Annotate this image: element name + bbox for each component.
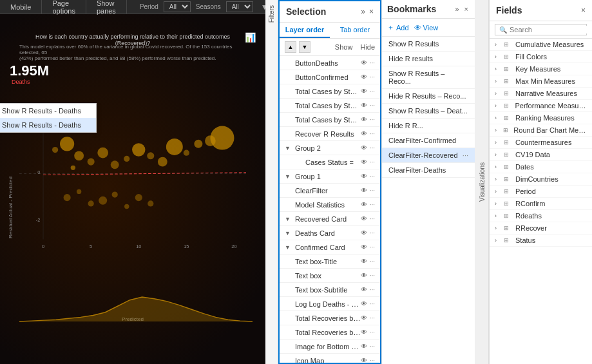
field-expand-icon[interactable]: ›	[495, 66, 501, 72]
item-more-icon[interactable]: ···	[370, 201, 375, 208]
field-item[interactable]: ›⊞Fill Colors	[490, 51, 592, 63]
item-visibility-icon[interactable]: 👁	[361, 73, 367, 81]
tab-mobile[interactable]: Mobile	[0, 0, 42, 14]
item-more-icon[interactable]: ···	[370, 229, 375, 236]
selection-item[interactable]: Text box-Title👁···	[280, 254, 380, 269]
field-expand-icon[interactable]: ›	[495, 102, 501, 109]
field-expand-icon[interactable]: ›	[495, 115, 501, 121]
field-item[interactable]: ›⊞RRecover	[490, 222, 592, 235]
fields-list[interactable]: ›⊞Cumulative Measures›⊞Fill Colors›⊞Key …	[490, 39, 592, 364]
bookmark-item[interactable]: Show R Results – Deat...	[382, 104, 475, 119]
context-show-r-results[interactable]: Show R Results - Deaths	[0, 104, 96, 118]
field-expand-icon[interactable]: ›	[495, 225, 501, 231]
filters-label[interactable]: Filters	[265, 0, 278, 28]
item-more-icon[interactable]: ···	[370, 187, 375, 194]
field-expand-icon[interactable]: ›	[495, 176, 501, 182]
item-more-icon[interactable]: ···	[370, 144, 375, 151]
item-visibility-icon[interactable]: 👁	[361, 144, 367, 151]
item-more-icon[interactable]: ···	[370, 272, 375, 279]
field-expand-icon[interactable]: ›	[495, 188, 501, 195]
field-item[interactable]: ›⊞Cumulative Measures	[490, 39, 592, 51]
item-visibility-icon[interactable]: 👁	[361, 357, 367, 363]
item-visibility-icon[interactable]: 👁	[361, 187, 367, 194]
field-expand-icon[interactable]: ›	[495, 41, 501, 48]
selection-item[interactable]: Total Recoveries by D...👁···	[280, 325, 380, 340]
item-visibility-icon[interactable]: 👁	[361, 329, 367, 336]
field-item[interactable]: ›⊞Period	[490, 186, 592, 198]
selection-close-icon[interactable]: ×	[369, 7, 374, 16]
field-item[interactable]: ›⊞Rdeaths	[490, 210, 592, 222]
item-visibility-icon[interactable]: 👁	[361, 258, 367, 265]
tab-tab-order[interactable]: Tab order	[330, 23, 380, 38]
item-visibility-icon[interactable]: 👁	[361, 173, 367, 180]
selection-expand-icon[interactable]: »	[361, 7, 365, 16]
selection-item[interactable]: ButtonConfirmed👁···	[280, 70, 380, 84]
item-more-icon[interactable]: ···	[370, 88, 375, 95]
item-visibility-icon[interactable]: 👁	[361, 229, 367, 236]
item-visibility-icon[interactable]: 👁	[361, 300, 367, 307]
bookmark-more-icon[interactable]: ···	[463, 151, 468, 159]
field-expand-icon[interactable]: ›	[495, 90, 501, 97]
selection-item[interactable]: Total Cases by Status ...👁···	[280, 113, 380, 127]
selection-item[interactable]: Log Log Deaths - Pre...👁···	[280, 297, 380, 311]
field-item[interactable]: ›⊞Ranking Measures	[490, 112, 592, 124]
field-item[interactable]: ›⊞Narrative Measures	[490, 88, 592, 100]
item-more-icon[interactable]: ···	[370, 286, 375, 293]
field-expand-icon[interactable]: ›	[495, 127, 501, 133]
bookmark-item[interactable]: ClearFilter-Confirmed	[382, 133, 475, 148]
item-expand-icon[interactable]: ▼	[285, 230, 292, 236]
field-item[interactable]: ›⊞Performance Measures	[490, 100, 592, 112]
selection-item[interactable]: ButtonDeaths👁···	[280, 56, 380, 70]
field-expand-icon[interactable]: ›	[495, 151, 501, 158]
selection-item[interactable]: ▼Deaths Card👁···	[280, 226, 380, 240]
field-expand-icon[interactable]: ›	[495, 78, 501, 84]
filter-icon[interactable]: ▼	[261, 3, 265, 12]
fields-search-input[interactable]	[510, 26, 592, 34]
arrow-down-btn[interactable]: ▼	[299, 41, 310, 53]
field-item[interactable]: ›⊞DimCountries	[490, 173, 592, 186]
item-expand-icon[interactable]: ▼	[285, 145, 292, 151]
period-select[interactable]: All	[164, 1, 191, 12]
item-more-icon[interactable]: ···	[370, 357, 375, 363]
field-expand-icon[interactable]: ›	[495, 164, 501, 170]
field-expand-icon[interactable]: ›	[495, 139, 501, 146]
item-visibility-icon[interactable]: 👁	[361, 201, 367, 208]
field-item[interactable]: ›⊞Dates	[490, 161, 592, 173]
bookmarks-close-icon[interactable]: ×	[463, 5, 470, 13]
item-more-icon[interactable]: ···	[370, 215, 375, 222]
field-item[interactable]: ›⊞Max Min Measures	[490, 75, 592, 88]
item-more-icon[interactable]: ···	[370, 59, 375, 66]
item-expand-icon[interactable]: ▼	[285, 216, 292, 222]
selection-item[interactable]: Total Recoveries by C...👁···	[280, 311, 380, 325]
item-more-icon[interactable]: ···	[370, 116, 375, 123]
chart-type-icon[interactable]: 📊	[245, 32, 256, 43]
bookmark-item[interactable]: Hide R results	[382, 52, 475, 66]
bookmark-view-btn[interactable]: 👁 View	[414, 23, 439, 32]
item-visibility-icon[interactable]: 👁	[361, 130, 367, 137]
seasons-select[interactable]: All	[226, 1, 253, 12]
visualizations-label[interactable]: Visualizations	[476, 157, 488, 207]
tab-show-panes[interactable]: Show panes	[86, 0, 127, 14]
selection-item[interactable]: Model Statistics👁···	[280, 198, 380, 212]
tab-page-options[interactable]: Page options	[42, 0, 86, 14]
field-item[interactable]: ›⊞CV19 Data	[490, 149, 592, 161]
item-more-icon[interactable]: ···	[370, 130, 375, 137]
arrow-up-btn[interactable]: ▲	[285, 41, 296, 53]
field-expand-icon[interactable]: ›	[495, 53, 501, 60]
item-visibility-icon[interactable]: 👁	[361, 314, 367, 321]
item-visibility-icon[interactable]: 👁	[361, 244, 367, 251]
item-more-icon[interactable]: ···	[370, 102, 375, 109]
item-visibility-icon[interactable]: 👁	[361, 158, 367, 166]
item-more-icon[interactable]: ···	[370, 343, 375, 350]
field-item[interactable]: ›⊞Countermeasures	[490, 137, 592, 149]
bookmark-add-btn[interactable]: ＋ Add	[387, 23, 409, 32]
item-more-icon[interactable]: ···	[370, 300, 375, 307]
item-more-icon[interactable]: ···	[370, 173, 375, 180]
field-item[interactable]: ›⊞Round Bar Chart Measu...	[490, 124, 592, 137]
item-visibility-icon[interactable]: 👁	[361, 343, 367, 350]
selection-list[interactable]: ButtonDeaths👁···ButtonConfirmed👁···Total…	[280, 56, 380, 363]
context-show-r-results-active[interactable]: Show R Results - Deaths	[0, 118, 96, 132]
item-visibility-icon[interactable]: 👁	[361, 102, 367, 109]
field-item[interactable]: ›⊞RConfirm	[490, 198, 592, 210]
item-visibility-icon[interactable]: 👁	[361, 286, 367, 293]
